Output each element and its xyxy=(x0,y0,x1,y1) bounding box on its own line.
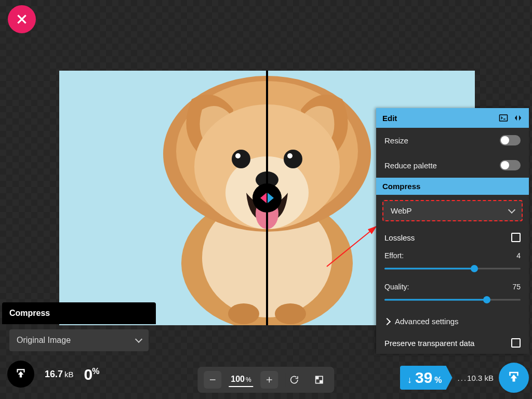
reduce-palette-label: Reduce palette xyxy=(384,161,437,170)
quality-thumb[interactable] xyxy=(483,296,490,303)
svg-rect-21 xyxy=(320,380,323,383)
comparison-slider-handle[interactable] xyxy=(252,183,282,212)
left-format-value: Original Image xyxy=(17,336,71,345)
svg-point-9 xyxy=(232,150,250,168)
left-compress-pane: Compress Original Image 16.7kB 0% xyxy=(2,302,156,390)
rotate-button[interactable] xyxy=(286,371,303,389)
original-pct-value: 0 xyxy=(84,366,92,383)
output-size-unit: kB xyxy=(484,374,494,382)
left-pane-title: Compress xyxy=(2,302,156,324)
preserve-transparent-label: Preserve transparent data xyxy=(384,339,474,348)
original-size: 16.7kB xyxy=(45,369,74,380)
original-pct: 0% xyxy=(84,365,99,383)
svg-rect-16 xyxy=(500,115,508,121)
plus-icon xyxy=(265,376,274,384)
svg-point-11 xyxy=(235,153,241,158)
zoom-pct-sign: % xyxy=(246,376,251,383)
chevron-right-icon xyxy=(383,317,391,325)
effort-value: 4 xyxy=(516,251,521,260)
chevron-down-icon xyxy=(508,206,515,213)
edit-title: Edit xyxy=(382,114,397,123)
effort-label: Effort: xyxy=(384,251,404,260)
quality-slider[interactable] xyxy=(384,296,521,303)
arrow-left-icon xyxy=(260,193,267,203)
zoom-value[interactable]: 100% xyxy=(229,373,253,387)
effort-row: Effort: 4 xyxy=(376,248,529,280)
zoom-in-button[interactable] xyxy=(261,371,278,389)
arrow-down-icon: ↓ xyxy=(407,375,412,385)
download-icon xyxy=(506,370,522,385)
left-format-select[interactable]: Original Image xyxy=(9,329,149,351)
close-icon xyxy=(15,12,29,26)
download-icon xyxy=(14,367,28,381)
terminal-icon[interactable] xyxy=(499,113,508,123)
lossless-label: Lossless xyxy=(384,233,415,242)
resize-toggle[interactable] xyxy=(500,135,521,145)
reduce-palette-row: Reduce palette xyxy=(376,153,529,178)
svg-point-3 xyxy=(228,303,259,324)
background-toggle-button[interactable] xyxy=(311,371,328,389)
effort-thumb[interactable] xyxy=(471,265,478,272)
compress-title: Compress xyxy=(382,182,420,191)
effort-slider[interactable] xyxy=(384,265,521,272)
result-bar: ↓ 39 % ...10.3 kB xyxy=(400,363,529,393)
svg-point-12 xyxy=(287,153,292,158)
quality-row: Quality: 75 xyxy=(376,280,529,311)
original-size-unit: kB xyxy=(64,370,74,379)
output-size-value: 10.3 xyxy=(467,374,482,382)
advanced-settings-toggle[interactable]: Advanced settings xyxy=(376,311,529,332)
savings-badge: ↓ 39 % xyxy=(400,366,453,390)
compare-toggle-icon[interactable] xyxy=(513,113,523,123)
chevron-down-icon xyxy=(135,336,142,343)
resize-row: Resize xyxy=(376,128,529,153)
pct-sign: % xyxy=(92,367,99,376)
preserve-transparent-row: Preserve transparent data xyxy=(376,332,529,354)
zoom-number: 100 xyxy=(231,375,245,383)
advanced-label: Advanced settings xyxy=(395,317,459,326)
ellipsis: ... xyxy=(458,374,468,382)
format-select[interactable]: WebP xyxy=(382,200,523,221)
left-download-button[interactable] xyxy=(7,361,34,388)
checker-icon xyxy=(314,375,325,385)
preserve-transparent-checkbox[interactable] xyxy=(511,338,521,348)
original-size-value: 16.7 xyxy=(45,369,63,379)
settings-panel: Edit Resize Reduce palette Compress WebP… xyxy=(376,108,529,354)
edit-section-header: Edit xyxy=(376,108,529,128)
minus-icon xyxy=(208,376,217,384)
svg-rect-17 xyxy=(210,379,216,380)
zoom-toolbar: 100% xyxy=(197,367,334,393)
savings-pct-sign: % xyxy=(434,376,442,385)
resize-label: Resize xyxy=(384,136,408,145)
output-size: ...10.3 kB xyxy=(458,374,494,382)
close-button[interactable] xyxy=(8,5,36,33)
svg-point-4 xyxy=(275,303,306,324)
savings-value: 39 xyxy=(415,370,432,385)
arrow-right-icon xyxy=(268,193,274,203)
lossless-checkbox[interactable] xyxy=(511,233,521,242)
zoom-out-button[interactable] xyxy=(204,371,221,389)
svg-rect-19 xyxy=(269,377,270,383)
quality-label: Quality: xyxy=(384,283,409,291)
svg-rect-20 xyxy=(316,376,319,379)
lossless-row: Lossless xyxy=(376,227,529,248)
rotate-icon xyxy=(289,375,300,385)
quality-value: 75 xyxy=(512,283,521,291)
download-button[interactable] xyxy=(499,363,529,393)
compress-section-header: Compress xyxy=(376,178,529,195)
reduce-palette-toggle[interactable] xyxy=(500,160,521,170)
format-value: WebP xyxy=(391,206,412,215)
svg-point-10 xyxy=(284,150,302,168)
